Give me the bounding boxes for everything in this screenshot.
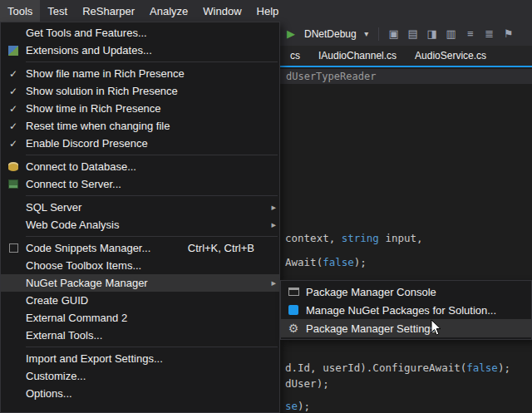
menu-item-external-tools[interactable]: External Tools... [1, 327, 279, 344]
code-line: context, string input, [285, 234, 423, 244]
menu-item-label: Web Code Analysis [26, 219, 120, 231]
menu-item-show-time-in-rich-presence[interactable]: Show time in Rich Presence [1, 100, 279, 117]
menu-item-label: Package Manager Settings [306, 322, 436, 335]
menu-item-show-solution-in-rich-presence[interactable]: Show solution in Rich Presence [1, 82, 279, 100]
icon-column [1, 162, 26, 171]
menu-item-import-and-export-settings[interactable]: Import and Export Settings... [1, 350, 279, 367]
menu-item-package-manager-settings[interactable]: Package Manager Settings [281, 319, 531, 337]
menu-item-sql-server[interactable]: SQL Server▸ [1, 199, 279, 216]
database-icon [8, 162, 18, 171]
menu-item-web-code-analysis[interactable]: Web Code Analysis▸ [1, 216, 279, 234]
code-segment: input, [379, 232, 423, 244]
tab-iaudiochannel-cs[interactable]: IAudioChannel.cs [309, 46, 406, 66]
tab-audioservice-cs[interactable]: AudioService.cs [406, 46, 495, 66]
breadcrumb[interactable]: dUserTypeReader [286, 71, 376, 82]
menu-item-label: Show file name in Rich Presence [26, 67, 185, 80]
navigate-icon[interactable] [425, 28, 440, 39]
menubar-item-tools[interactable]: Tools [0, 0, 40, 22]
console-icon [288, 288, 299, 296]
checkmark-icon [9, 120, 17, 132]
menu-item-customize[interactable]: Customize... [1, 367, 279, 385]
icon-column [281, 288, 306, 296]
menu-separator [26, 195, 278, 196]
menu-item-label: Enable Discord Presence [26, 137, 148, 150]
run-config-caret-icon[interactable] [362, 30, 371, 38]
tools-menu: Get Tools and Features...Extensions and … [0, 22, 280, 413]
menu-item-enable-discord-presence[interactable]: Enable Discord Presence [1, 135, 279, 152]
outline-expand-icon[interactable] [482, 28, 497, 39]
menu-item-label: Get Tools and Features... [26, 27, 147, 39]
menubar-item-test[interactable]: Test [40, 0, 75, 22]
code-segment: d.Id, userId).ConfigureAwait( [285, 361, 466, 374]
menu-item-label: Reset time when changing file [26, 120, 170, 132]
checkmark-icon [9, 102, 17, 115]
menu-item-options[interactable]: Options... [1, 385, 279, 402]
outline-collapse-icon[interactable] [463, 28, 478, 39]
nuget-icon [288, 305, 298, 315]
menu-item-label: Code Snippets Manager... [26, 242, 150, 254]
menu-item-label: Package Manager Console [306, 286, 436, 298]
menu-item-label: NuGet Package Manager [26, 277, 148, 289]
package-icon[interactable] [406, 28, 421, 39]
code-line: Await(false); [285, 258, 367, 268]
menubar-item-analyze[interactable]: Analyze [142, 0, 195, 22]
menubar-item-resharper[interactable]: ReSharper [75, 0, 142, 22]
menu-item-get-tools-and-features[interactable]: Get Tools and Features... [1, 24, 279, 42]
menu-separator [26, 61, 278, 62]
run-config-label[interactable]: DNetDebug [303, 28, 358, 40]
code-line: d.Id, userId).ConfigureAwait(false); [285, 363, 510, 374]
menu-item-reset-time-when-changing-file[interactable]: Reset time when changing file [1, 117, 279, 135]
icon-column [1, 179, 26, 189]
icon-column [1, 120, 26, 132]
extensions-icon [8, 46, 18, 56]
menu-item-create-guid[interactable]: Create GUID [1, 292, 279, 309]
menu-item-label: External Tools... [26, 329, 102, 342]
tab-cs[interactable]: cs [281, 46, 309, 66]
menu-item-label: Options... [26, 387, 72, 400]
menu-separator [26, 155, 278, 155]
code-segment: false [323, 256, 354, 268]
menu-separator [26, 236, 278, 237]
menu-item-label: Choose Toolbox Items... [26, 259, 141, 272]
menu-item-manage-nuget-packages-for-solution[interactable]: Manage NuGet Packages for Solution... [281, 301, 531, 319]
menu-item-connect-to-database[interactable]: Connect to Database... [1, 158, 279, 175]
icon-column [281, 305, 306, 315]
code-segment: dUser); [285, 377, 329, 390]
menu-item-package-manager-console[interactable]: Package Manager Console [281, 283, 531, 301]
toolbar-separator [378, 27, 379, 41]
icon-column [281, 322, 306, 335]
start-debug-icon[interactable] [283, 28, 298, 39]
menu-item-label: Import and Export Settings... [26, 352, 163, 365]
submenu-arrow-icon: ▸ [264, 219, 276, 230]
icon-column [1, 243, 26, 253]
submenu-arrow-icon: ▸ [264, 202, 276, 213]
menu-item-external-command-2[interactable]: External Command 2 [1, 309, 279, 327]
nuget-submenu: Package Manager ConsoleManage NuGet Pack… [280, 280, 532, 340]
menubar-item-help[interactable]: Help [249, 0, 287, 22]
menu-item-label: Extensions and Updates... [26, 44, 152, 57]
menu-item-label: SQL Server [26, 201, 81, 214]
menu-item-connect-to-server[interactable]: Connect to Server... [1, 175, 279, 193]
code-segment: ); [298, 400, 310, 412]
menu-item-show-file-name-in-rich-presence[interactable]: Show file name in Rich Presence [1, 65, 279, 82]
menu-item-code-snippets-manager[interactable]: Code Snippets Manager...Ctrl+K, Ctrl+B [1, 239, 279, 257]
attach-icon[interactable] [387, 28, 401, 39]
server-icon [8, 179, 18, 189]
menu-item-label: Show solution in Rich Presence [26, 85, 178, 97]
gear-icon [288, 322, 299, 335]
code-segment: Await( [285, 256, 323, 268]
menu-item-extensions-and-updates[interactable]: Extensions and Updates... [1, 42, 279, 59]
menu-bar: ToolsTestReSharperAnalyzeWindowHelp [0, 0, 532, 22]
code-segment: context, [285, 232, 342, 244]
code-segment: false [466, 361, 498, 374]
menubar-item-window[interactable]: Window [195, 0, 249, 22]
menu-separator [26, 347, 278, 347]
code-line: se); [285, 401, 310, 412]
menu-item-nuget-package-manager[interactable]: NuGet Package Manager▸ [1, 274, 279, 292]
menu-item-choose-toolbox-items[interactable]: Choose Toolbox Items... [1, 257, 279, 274]
code-segment: se [285, 400, 298, 412]
menu-item-label: Manage NuGet Packages for Solution... [306, 304, 496, 317]
icon-column [1, 102, 26, 115]
documents-icon[interactable] [444, 28, 459, 39]
bookmark-icon[interactable] [501, 28, 516, 39]
